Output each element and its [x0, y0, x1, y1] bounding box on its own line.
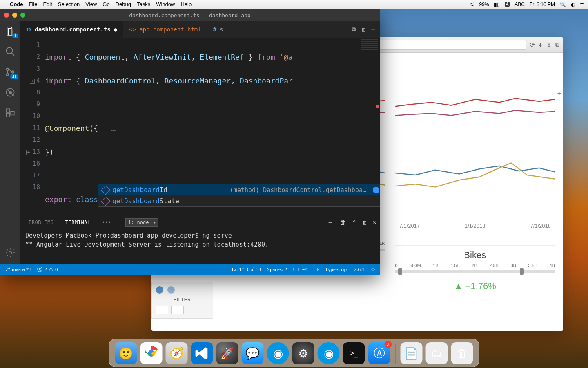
dock-document-icon[interactable]: 📄	[401, 342, 423, 364]
notification-center-icon[interactable]: ≣	[580, 2, 584, 7]
split-editor-icon[interactable]: ◧	[362, 26, 365, 33]
kill-terminal-icon[interactable]: 🗑	[340, 219, 346, 227]
scm-badge: 41	[10, 74, 18, 79]
status-cursor-position[interactable]: Ln 17, Col 34	[232, 266, 261, 273]
menubar-app-name[interactable]: Code	[10, 1, 23, 7]
dock-terminal-icon[interactable]: >_	[343, 342, 365, 364]
activity-extensions-icon[interactable]	[4, 107, 16, 119]
activity-scm-icon[interactable]: 41	[4, 66, 16, 78]
scale-marker-right-b[interactable]	[520, 268, 524, 275]
dock-app-blue-1-icon[interactable]: ◉	[267, 342, 289, 364]
vscode-title-bar[interactable]: dashboard.component.ts — dashboard-app	[0, 9, 380, 21]
dock-vscode-icon[interactable]	[191, 342, 213, 364]
suggest-info-icon[interactable]: i	[373, 187, 379, 193]
dock-chrome-icon[interactable]	[140, 342, 163, 364]
activity-settings-icon[interactable]	[4, 247, 16, 258]
svg-rect-9	[6, 113, 10, 117]
status-eol[interactable]: LF	[313, 266, 319, 273]
menubar-clock[interactable]: Fri 3:16 PM	[530, 2, 555, 7]
svg-point-0	[6, 47, 12, 54]
fold-marker-icon[interactable]: +	[26, 150, 31, 155]
dock-folder-icon[interactable]: 🗂	[426, 342, 448, 364]
panel-tab-terminal[interactable]: TERMINAL	[60, 215, 96, 229]
tab-active-label: dashboard.component.ts	[35, 26, 110, 33]
window-close-button[interactable]	[4, 13, 9, 18]
menu-go[interactable]: Go	[102, 1, 109, 7]
scale-bar-right[interactable]	[395, 270, 555, 273]
filter-dot-1[interactable]	[156, 286, 163, 294]
battery-icon[interactable]: ▮▯	[494, 2, 500, 7]
tab-dashboard-component[interactable]: TS dashboard.component.ts ●	[20, 21, 123, 38]
suggest-item-detail: (method) DashboardControl.getDashboa…	[230, 186, 366, 194]
browser-download-icon[interactable]: ⬇	[538, 42, 543, 48]
status-errors[interactable]: ⓧ2 ⚠0	[37, 266, 58, 273]
suggest-item-getdashboardid[interactable]: getDashboardId (method) DashboardControl…	[98, 184, 380, 195]
menu-help[interactable]: Help	[180, 1, 192, 7]
browser-share-icon[interactable]: ⇪	[547, 42, 551, 48]
status-language[interactable]: TypeScript	[325, 266, 348, 273]
dock-system-preferences-icon[interactable]: ⚙	[292, 342, 314, 364]
change-value-positive: ▲ +1.76%	[454, 281, 496, 292]
filter-chart-view-button[interactable]	[156, 306, 168, 314]
status-feedback-icon[interactable]: ☺	[370, 266, 376, 273]
ruler-error-marker	[376, 105, 379, 108]
card-bikes-title: Bikes	[395, 250, 555, 260]
menu-tasks[interactable]: Tasks	[137, 1, 150, 7]
app-store-badge: 3	[385, 341, 392, 348]
scale-marker-right-a[interactable]	[398, 268, 402, 275]
dock-launchpad-icon[interactable]: 🚀	[216, 342, 238, 364]
activity-explorer-icon[interactable]: 1	[4, 25, 16, 37]
explorer-badge: 1	[12, 33, 18, 38]
panel-up-icon[interactable]: ⌃	[352, 219, 356, 227]
menu-file[interactable]: File	[29, 1, 38, 7]
menu-view[interactable]: View	[85, 1, 97, 7]
activity-debug-icon[interactable]	[4, 87, 16, 98]
dock-messages-icon[interactable]: 💬	[242, 342, 264, 364]
window-zoom-button[interactable]	[20, 13, 25, 18]
editor-more-icon[interactable]: ⋯	[371, 26, 375, 33]
fold-marker-icon[interactable]: +	[30, 79, 35, 84]
dock-trash-icon[interactable]: 🗑	[451, 342, 473, 364]
window-minimize-button[interactable]	[12, 13, 17, 18]
browser-reload-icon[interactable]: ⟳	[530, 41, 535, 49]
suggest-item-getdashboardstate[interactable]: getDashboardState	[98, 195, 380, 206]
filter-dot-2[interactable]	[167, 286, 175, 294]
menu-edit[interactable]: Edit	[43, 1, 52, 7]
panel-close-icon[interactable]: ✕	[373, 219, 376, 227]
panel-maximize-icon[interactable]: ◧	[363, 219, 366, 227]
dock-app-store-icon[interactable]: Ⓐ 3	[368, 342, 390, 364]
menu-window[interactable]: Window	[156, 1, 175, 7]
tab-dirty-indicator-icon: ●	[114, 26, 117, 33]
tab-third[interactable]: # s	[207, 21, 229, 38]
status-encoding[interactable]: UTF-8	[293, 266, 307, 273]
browser-new-tab-icon[interactable]: +	[557, 90, 561, 98]
siri-icon[interactable]: ◐	[571, 2, 575, 7]
new-terminal-icon[interactable]: ＋	[327, 219, 333, 227]
dock-safari-icon[interactable]: 🧭	[166, 342, 188, 364]
status-branch[interactable]: ⎇master*+	[4, 266, 31, 273]
input-source-label[interactable]: ABC	[514, 2, 525, 7]
open-changes-icon[interactable]: ⧉	[352, 26, 356, 33]
dock-app-blue-2-icon[interactable]: ◉	[318, 342, 340, 364]
status-typescript-version[interactable]: 2.6.1	[354, 266, 365, 273]
input-source-indicator[interactable]: A	[505, 2, 510, 7]
intellisense-suggest-widget[interactable]: getDashboardId (method) DashboardControl…	[98, 184, 380, 207]
filter-grid-view-button[interactable]	[172, 306, 184, 314]
code-editor[interactable]: 1 2 3 +4 8 9 10 11 12 +13 16 17 18 impor…	[20, 38, 380, 215]
status-indent[interactable]: Spaces: 2	[267, 266, 287, 273]
spotlight-icon[interactable]: 🔍	[560, 2, 566, 7]
browser-tabs-icon[interactable]: ⧉	[555, 42, 559, 48]
menu-debug[interactable]: Debug	[116, 1, 131, 7]
activity-search-icon[interactable]	[4, 46, 16, 57]
terminal-body[interactable]: Developers-MacBook-Pro:dashboard-app dev…	[20, 229, 380, 264]
dock-finder-icon[interactable]: 🙂	[115, 342, 137, 364]
svg-point-4	[12, 71, 14, 73]
wifi-icon[interactable]: ⚟	[470, 2, 474, 7]
tab-app-component-html[interactable]: <> app.component.html	[123, 21, 207, 38]
chart-right-svg	[395, 69, 555, 220]
menu-selection[interactable]: Selection	[58, 1, 80, 7]
panel-tab-problems[interactable]: PROBLEMS	[24, 215, 59, 229]
battery-percent[interactable]: 99%	[479, 2, 489, 7]
panel-tab-more-icon[interactable]: •••	[97, 215, 116, 229]
terminal-selector[interactable]: 1: node▾	[125, 218, 158, 227]
